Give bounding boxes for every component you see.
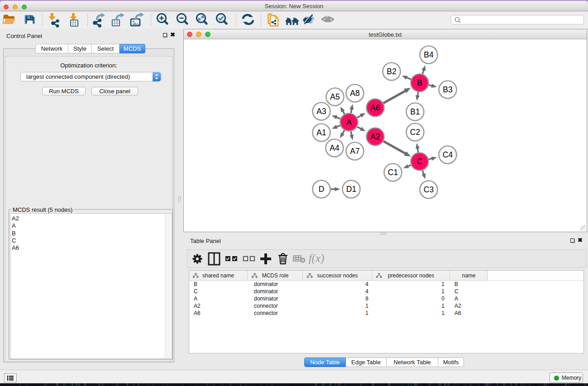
svg-text:A7: A7 [350,147,359,156]
svg-text:A5: A5 [330,92,339,101]
svg-text:A6: A6 [370,103,380,112]
svg-text:A1: A1 [316,128,326,137]
svg-text:A4: A4 [330,143,339,152]
svg-text:C2: C2 [410,128,420,137]
svg-text:B2: B2 [387,67,396,76]
svg-text:C3: C3 [424,185,434,194]
svg-text:C1: C1 [388,168,398,177]
svg-text:A2: A2 [370,132,380,141]
svg-text:D: D [319,185,325,194]
svg-text:B1: B1 [410,107,420,116]
svg-text:B: B [417,78,422,87]
svg-text:B4: B4 [424,50,434,59]
svg-text:C4: C4 [443,150,453,159]
svg-text:f(x): f(x) [309,252,325,265]
svg-text:A8: A8 [350,89,359,98]
svg-text:A3: A3 [316,107,326,116]
svg-text:B3: B3 [443,85,452,94]
svg-text:D1: D1 [346,185,356,194]
svg-text:C: C [417,157,423,166]
svg-text:A: A [346,118,352,127]
